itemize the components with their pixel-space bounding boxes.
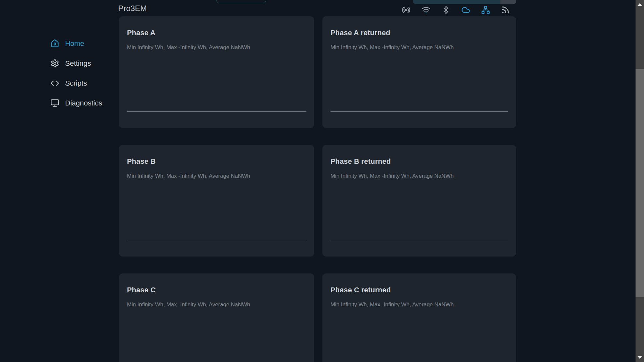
sidebar-item-label: Scripts [65, 79, 87, 88]
card-title: Phase A returned [330, 29, 508, 37]
home-icon [50, 39, 59, 48]
sidebar-item-label: Diagnostics [65, 99, 102, 107]
chart-axis-line [330, 111, 508, 112]
card-title: Phase C [127, 286, 306, 294]
card-title: Phase B returned [330, 157, 508, 166]
card-phase-b-returned: Phase B returned Min Infinity Wh, Max -I… [322, 145, 516, 257]
chart-axis-line [127, 111, 306, 112]
chart-axis-line [127, 240, 306, 240]
sidebar-item-settings[interactable]: Settings [50, 53, 102, 73]
empty-chart [330, 75, 508, 111]
card-stats: Min Infinity Wh, Max -Infinity Wh, Avera… [127, 173, 306, 179]
scroll-up-button[interactable] [636, 0, 644, 9]
card-grid: Phase A Min Infinity Wh, Max -Infinity W… [119, 16, 516, 362]
sidebar-item-label: Settings [65, 59, 91, 68]
rss-icon[interactable] [501, 6, 510, 14]
empty-chart [127, 203, 306, 240]
monitor-icon [50, 99, 59, 107]
card-stats: Min Infinity Wh, Max -Infinity Wh, Avera… [127, 301, 306, 308]
card-phase-c: Phase C Min Infinity Wh, Max -Infinity W… [119, 273, 314, 362]
page-title: Pro3EM [118, 4, 147, 13]
card-phase-c-returned: Phase C returned Min Infinity Wh, Max -I… [322, 273, 516, 362]
card-phase-b: Phase B Min Infinity Wh, Max -Infinity W… [119, 145, 314, 257]
empty-chart [330, 203, 508, 240]
sidebar: Home Settings Scripts Diagnostics [50, 34, 102, 113]
card-title: Phase C returned [330, 286, 508, 294]
scroll-down-button[interactable] [636, 353, 644, 362]
sidebar-item-home[interactable]: Home [50, 34, 102, 53]
card-phase-a-returned: Phase A returned Min Infinity Wh, Max -I… [322, 16, 516, 128]
card-title: Phase B [127, 157, 306, 166]
card-stats: Min Infinity Wh, Max -Infinity Wh, Avera… [330, 173, 508, 179]
partial-slider-handle[interactable] [500, 0, 516, 4]
empty-chart [127, 75, 306, 111]
card-stats: Min Infinity Wh, Max -Infinity Wh, Avera… [127, 44, 306, 51]
card-stats: Min Infinity Wh, Max -Infinity Wh, Avera… [330, 44, 508, 51]
scroll-up-arrow-icon [637, 3, 642, 6]
gear-icon [50, 59, 59, 68]
status-icon-bar [402, 6, 510, 14]
card-stats: Min Infinity Wh, Max -Infinity Wh, Avera… [330, 301, 508, 308]
card-title: Phase A [127, 29, 306, 37]
wifi-icon[interactable] [422, 6, 430, 14]
sidebar-item-scripts[interactable]: Scripts [50, 73, 102, 93]
partial-slider-bar[interactable] [413, 0, 516, 4]
bluetooth-icon[interactable] [441, 6, 450, 14]
scrollbar-thumb[interactable] [636, 69, 644, 297]
card-phase-a: Phase A Min Infinity Wh, Max -Infinity W… [119, 16, 314, 128]
empty-chart [127, 332, 306, 362]
code-icon [50, 79, 59, 88]
sidebar-item-label: Home [65, 39, 84, 48]
empty-chart [330, 332, 508, 362]
wifi-active-dot [426, 12, 427, 13]
scroll-down-arrow-icon [637, 356, 642, 359]
ethernet-icon[interactable] [481, 6, 490, 14]
vertical-scrollbar[interactable] [636, 0, 644, 362]
sidebar-item-diagnostics[interactable]: Diagnostics [50, 93, 102, 113]
partial-outline-button[interactable] [217, 0, 266, 3]
broadcast-icon[interactable] [402, 6, 411, 14]
cloud-icon[interactable] [461, 6, 470, 14]
chart-axis-line [330, 240, 508, 240]
